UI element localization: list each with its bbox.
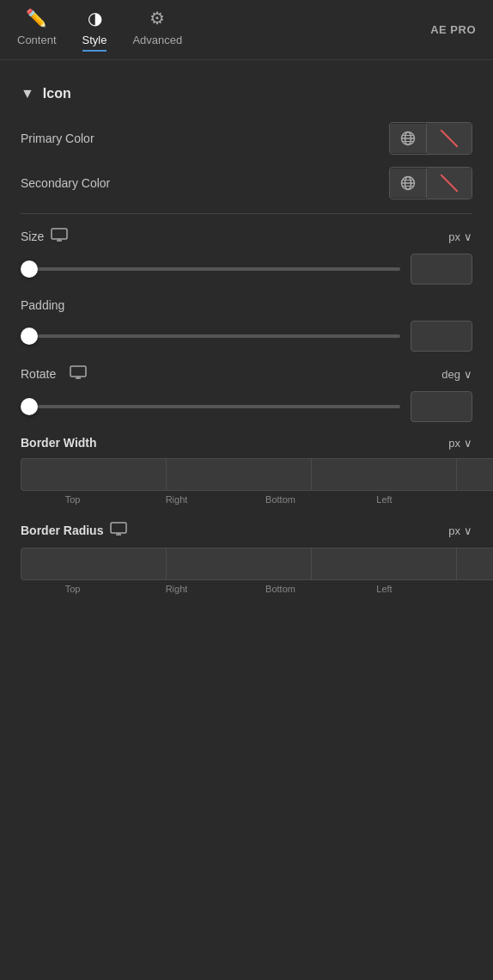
border-width-bottom-label: Bottom: [228, 494, 332, 505]
color-slash-indicator-2: [434, 168, 465, 199]
border-width-left-label: Left: [332, 494, 436, 505]
border-radius-left-label: Left: [332, 584, 436, 594]
globe-icon: [400, 131, 416, 146]
main-content: ▼ Icon Primary Color Seconda: [0, 60, 493, 628]
rotate-slider-wrapper: [21, 398, 400, 415]
secondary-color-swatch[interactable]: [427, 168, 472, 199]
slash-line-2: [440, 174, 458, 192]
border-radius-left-input[interactable]: [456, 548, 493, 580]
border-width-label: Border Width: [21, 436, 97, 450]
padding-input[interactable]: [411, 321, 472, 352]
border-width-section: Border Width px ∨ Top Right Bottom Le: [21, 436, 472, 505]
rotate-input[interactable]: [411, 391, 472, 422]
padding-slider-track: [21, 334, 400, 338]
divider-1: [21, 213, 472, 214]
border-width-label-left: Border Width: [21, 436, 97, 450]
size-slider-track: [21, 267, 400, 271]
padding-slider-row: [21, 321, 472, 352]
secondary-color-globe-button[interactable]: [390, 168, 427, 198]
border-radius-label-row: Border Radius px ∨: [21, 522, 472, 539]
slash-line: [440, 129, 458, 147]
padding-section: Padding: [21, 298, 472, 352]
pencil-icon: ✏️: [26, 8, 47, 28]
border-width-unit-select[interactable]: px ∨: [448, 437, 472, 450]
border-radius-sublabels: Top Right Bottom Left: [21, 584, 472, 594]
size-label-row: Size px ∨: [21, 228, 472, 245]
size-monitor-icon: [51, 228, 68, 245]
border-radius-unit-label: px: [448, 524, 460, 537]
size-slider-thumb[interactable]: [21, 260, 38, 278]
padding-label-row: Padding: [21, 298, 472, 312]
border-width-left-input[interactable]: [456, 458, 493, 491]
half-circle-icon: ◑: [88, 8, 102, 28]
rotate-unit-chevron: ∨: [464, 368, 472, 381]
tab-style-label: Style: [82, 34, 107, 46]
ae-pro-label: AE PRO: [430, 23, 476, 36]
border-radius-top-input[interactable]: [21, 548, 166, 580]
border-radius-right-input[interactable]: [166, 548, 311, 580]
border-width-bottom-input[interactable]: [311, 458, 456, 491]
size-slider-wrapper: [21, 260, 400, 278]
color-slash-indicator: [434, 123, 465, 154]
size-input[interactable]: [411, 254, 472, 285]
padding-label: Padding: [21, 298, 64, 312]
tab-advanced[interactable]: ⚙ Advanced: [132, 8, 182, 52]
size-unit-chevron: ∨: [464, 230, 472, 243]
border-radius-section: Border Radius px ∨: [21, 522, 472, 594]
primary-color-label: Primary Color: [21, 132, 94, 145]
rotate-slider-thumb[interactable]: [21, 398, 38, 415]
border-width-fields: [21, 458, 472, 491]
svg-rect-13: [70, 366, 86, 377]
border-radius-spacer: [436, 584, 472, 594]
border-width-top-input[interactable]: [21, 458, 166, 491]
rotate-slider-row: [21, 391, 472, 422]
border-width-unit-label: px: [448, 437, 460, 450]
primary-color-swatch[interactable]: [427, 123, 472, 154]
rotate-label-row: Rotate deg ∨: [21, 365, 472, 383]
tab-bar-left: ✏️ Content ◑ Style ⚙ Advanced: [17, 8, 182, 52]
size-label: Size: [21, 230, 44, 243]
rotate-monitor-icon: [70, 365, 87, 383]
size-label-left: Size: [21, 228, 68, 245]
chevron-down-icon: ▼: [21, 86, 34, 101]
border-radius-unit-select[interactable]: px ∨: [448, 524, 472, 537]
tab-advanced-label: Advanced: [132, 34, 182, 46]
border-radius-monitor-icon: [110, 522, 127, 539]
section-title: Icon: [43, 86, 71, 101]
border-width-spacer: [436, 494, 472, 505]
size-unit-select[interactable]: px ∨: [448, 230, 472, 243]
tab-content[interactable]: ✏️ Content: [17, 8, 57, 52]
rotate-unit-label: deg: [441, 368, 460, 381]
tab-bar: ✏️ Content ◑ Style ⚙ Advanced AE PRO: [0, 0, 493, 60]
border-width-right-input[interactable]: [166, 458, 311, 491]
padding-slider-wrapper: [21, 328, 400, 345]
primary-color-row: Primary Color: [21, 122, 472, 155]
size-section: Size px ∨: [21, 228, 472, 285]
border-radius-bottom-input[interactable]: [311, 548, 456, 580]
size-slider-row: [21, 254, 472, 285]
padding-slider-thumb[interactable]: [21, 328, 38, 345]
primary-color-control[interactable]: [389, 122, 472, 155]
rotate-section: Rotate deg ∨: [21, 365, 472, 422]
secondary-color-label: Secondary Color: [21, 176, 110, 190]
border-width-right-label: Right: [125, 494, 228, 505]
border-radius-label: Border Radius: [21, 524, 103, 537]
secondary-color-control[interactable]: [389, 167, 472, 199]
tab-style[interactable]: ◑ Style: [82, 8, 107, 52]
svg-rect-16: [111, 523, 126, 533]
border-width-top-label: Top: [21, 494, 125, 505]
border-width-label-row: Border Width px ∨: [21, 436, 472, 450]
rotate-slider-track: [21, 405, 400, 408]
border-radius-label-left: Border Radius: [21, 522, 127, 539]
globe-icon-2: [400, 175, 416, 191]
border-radius-top-label: Top: [21, 584, 125, 594]
gear-icon: ⚙: [149, 8, 165, 28]
rotate-unit-select[interactable]: deg ∨: [441, 368, 472, 381]
border-radius-bottom-label: Bottom: [228, 584, 332, 594]
secondary-color-row: Secondary Color: [21, 167, 472, 199]
rotate-label: Rotate: [21, 367, 56, 381]
tab-content-label: Content: [17, 34, 57, 46]
border-radius-unit-chevron: ∨: [464, 524, 472, 537]
primary-color-globe-button[interactable]: [390, 124, 427, 153]
border-radius-right-label: Right: [125, 584, 228, 594]
